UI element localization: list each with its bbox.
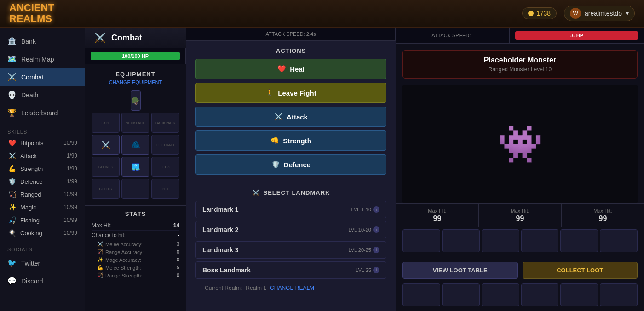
loot-slot-8 xyxy=(442,283,480,306)
attack-skill-icon: ⚔️ xyxy=(7,152,17,159)
loot-grid-row1 xyxy=(396,227,644,257)
equip-slot-head[interactable]: 🪖 xyxy=(131,90,141,111)
boss-landmark[interactable]: Boss Landmark LVL 25 i xyxy=(196,261,386,279)
attack-button[interactable]: ⚔️ Attack xyxy=(196,107,386,127)
magic-skill-icon: ✨ xyxy=(7,204,17,211)
cooking-skill-icon: 🍳 xyxy=(7,229,17,237)
skill-magic: ✨ Magic 10/99 xyxy=(0,201,85,214)
player-hp-text: 100/100 HP xyxy=(122,53,149,59)
sidebar-item-bank[interactable]: 🏦 Bank xyxy=(0,32,85,50)
avatar: W xyxy=(570,8,581,19)
leave-fight-button[interactable]: 🚶 Leave Fight xyxy=(196,83,386,103)
heal-icon: ❤️ xyxy=(277,65,286,73)
stat-value-chancehit: - xyxy=(178,232,179,238)
attack-speed-strip: ATTACK SPEED: 2.4s xyxy=(186,28,396,41)
discord-icon: 💬 xyxy=(7,277,17,285)
equip-slot-gloves[interactable]: GLOVES xyxy=(92,157,120,177)
head-icon: 🪖 xyxy=(131,96,140,105)
stat-sub-val-range-acc: 0 xyxy=(177,249,179,255)
equip-slot-backpack[interactable]: BACKPACK xyxy=(151,113,179,133)
landmark-1[interactable]: Landmark 1 LVL 1-10 i xyxy=(196,201,386,218)
loot-slot-3 xyxy=(482,229,519,252)
sidebar-item-combat[interactable]: ⚔️ Combat xyxy=(0,68,85,86)
attack-btn-icon: ⚔️ xyxy=(274,113,283,121)
player-hp-bar: 100/100 HP xyxy=(91,52,180,60)
sidebar-item-realm-map[interactable]: 🗺️ Realm Map xyxy=(0,50,85,68)
user-badge[interactable]: W arealmtestdo ▾ xyxy=(564,6,635,21)
enemy-hp-bar: -/- HP xyxy=(515,31,638,40)
defence-skill-icon: 🛡️ xyxy=(7,178,17,185)
top-nav: ANCIENT REALMS 1738 W arealmtestdo ▾ xyxy=(0,0,644,28)
landmark-3-name: Landmark 3 xyxy=(202,246,239,254)
collect-loot-button[interactable]: COLLECT LOOT xyxy=(523,262,638,279)
heal-label: Heal xyxy=(290,65,305,73)
landmark-2-info-icon[interactable]: i xyxy=(373,226,380,233)
player-hp-strip: 100/100 HP xyxy=(85,48,186,64)
socials-section-header: Socials xyxy=(0,242,85,254)
username: arealmtestdo xyxy=(585,10,622,17)
equip-row-main: ⚔️ 🧥 OFFHAND xyxy=(92,135,179,155)
change-realm-link[interactable]: CHANGE REALM xyxy=(270,285,314,291)
loot-slot-5 xyxy=(560,229,598,252)
landmark-2-name: Landmark 2 xyxy=(202,226,239,233)
actions-title: ACTIONS xyxy=(196,47,386,54)
stats-title: STATS xyxy=(92,210,179,217)
stat-max-hit: Max Hit: 14 xyxy=(92,221,179,231)
equip-slot-legs[interactable]: 🩳 xyxy=(121,157,150,177)
enemy-visual-placeholder: 👾 xyxy=(497,123,543,166)
skill-level-strength: 1/99 xyxy=(67,165,77,172)
heal-button[interactable]: ❤️ Heal xyxy=(196,59,386,79)
stat-sub-val-melee-acc: 3 xyxy=(177,241,179,247)
player-hp-section: 100/100 HP xyxy=(85,48,186,64)
landmark-3[interactable]: Landmark 3 LVL 20-25 i xyxy=(196,241,386,259)
change-equipment-link[interactable]: CHANGE EQUIPMENT xyxy=(92,79,179,85)
equip-slot-mainhand[interactable]: ⚔️ xyxy=(92,135,120,155)
stat-range-acc: 🏹 Range Accuracy: 0 xyxy=(92,248,179,256)
sidebar-item-leaderboard[interactable]: 🏆 Leaderboard xyxy=(0,104,85,122)
fishing-skill-icon: 🎣 xyxy=(7,216,17,224)
map-icon: 🗺️ xyxy=(7,55,17,63)
skill-label-attack: Attack xyxy=(20,153,37,159)
enemy-name: Placeholder Monster xyxy=(408,56,632,64)
strength-label: Strength xyxy=(283,137,311,145)
landmark-3-info-icon[interactable]: i xyxy=(373,247,380,253)
loot-slot-10 xyxy=(521,283,559,306)
loot-slot-12 xyxy=(600,283,638,306)
landmark-1-info-icon[interactable]: i xyxy=(373,206,380,213)
combat-stats-row: Max Hit: 99 Max Hit: 99 Max Hit: 99 xyxy=(396,203,644,227)
stat-chance-hit: Chance to hit: - xyxy=(92,231,179,240)
equip-slot-offhand[interactable]: OFFHAND xyxy=(151,135,179,155)
enemy-hp-text: -/- HP xyxy=(570,33,583,38)
defence-button[interactable]: 🛡️ Defence xyxy=(196,154,386,175)
boss-landmark-name: Boss Landmark xyxy=(202,266,251,274)
legs-slot-label: LEGS xyxy=(161,165,170,169)
boss-landmark-info-icon[interactable]: i xyxy=(373,267,380,273)
leave-label: Leave Fight xyxy=(278,89,316,97)
enemy-attack-speed-section: ATTACK SPEED: - xyxy=(396,28,510,43)
view-loot-button[interactable]: VIEW LOOT TABLE xyxy=(402,262,518,279)
combat-stat-1-value: 99 xyxy=(401,215,474,223)
skill-label-fishing: Fishing xyxy=(20,217,40,224)
landmark-2[interactable]: Landmark 2 LVL 10-20 i xyxy=(196,221,386,238)
landmark-1-name: Landmark 1 xyxy=(202,206,239,213)
stat-range-str: 🏹 Range Strength: 0 xyxy=(92,271,179,279)
leaderboard-icon: 🏆 xyxy=(7,108,17,117)
skill-ranged: 🏹 Ranged 10/99 xyxy=(0,188,85,201)
sidebar-item-death[interactable]: 💀 Death xyxy=(0,86,85,104)
stat-sub-label-range-acc: 🏹 Range Accuracy: xyxy=(97,249,144,255)
equip-slot-pet[interactable]: PET xyxy=(151,179,179,199)
equip-slot-necklace[interactable]: NECKLACE xyxy=(121,113,150,133)
equip-slot-boots[interactable]: BOOTS xyxy=(92,179,120,199)
strength-button[interactable]: 👊 Strength xyxy=(196,130,386,151)
cape-label: CAPE xyxy=(101,121,111,125)
equip-slot-body[interactable]: 🧥 xyxy=(121,135,150,155)
combat-header: ⚔️ Combat xyxy=(85,28,186,48)
sidebar-item-discord[interactable]: 💬 Discord xyxy=(0,272,85,290)
skill-level-cooking: 10/99 xyxy=(63,230,77,236)
landmark-2-level: LVL 10-20 i xyxy=(348,226,380,233)
sidebar-item-twitter[interactable]: 🐦 Twitter xyxy=(0,254,85,272)
equip-slot-cape[interactable]: CAPE xyxy=(92,113,120,133)
equip-slot-legs-label[interactable]: LEGS xyxy=(151,157,179,177)
combat-stat-3-value: 99 xyxy=(566,215,639,223)
combat-stat-2-value: 99 xyxy=(483,215,557,223)
